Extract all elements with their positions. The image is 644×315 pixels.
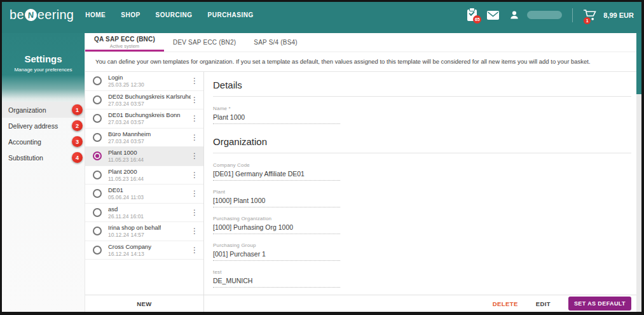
topbar: be N eering HOME SHOP SOURCING PURCHASIN…: [2, 2, 641, 33]
new-button[interactable]: NEW: [137, 300, 151, 307]
logo-text-post: eering: [38, 8, 74, 22]
radio-unselected[interactable]: [93, 246, 102, 255]
topbar-actions: 65 1: [467, 8, 634, 22]
tab-sublabel: Active system: [110, 43, 139, 49]
template-date: 25.03.25 12:30: [108, 81, 144, 88]
main-panel: QA SAP ECC (BNC) Active system DEV SAP E…: [85, 33, 636, 312]
details-heading: Details: [213, 80, 631, 97]
template-row-asd[interactable]: asd26.11.24 16:01 ⋮: [85, 204, 203, 223]
kebab-menu-icon[interactable]: ⋮: [191, 115, 198, 122]
purchasing-group-field[interactable]: Purchasing Group [001] Purchaser 1: [213, 242, 340, 261]
template-name: DE02 Buchungskreis Karlsruhe: [108, 93, 191, 100]
purchasing-organization-field[interactable]: Purchasing Organization [1000] Purhasing…: [213, 216, 340, 234]
username-redacted[interactable]: [527, 11, 562, 19]
set-as-default-button[interactable]: SET AS DEFAULT: [568, 297, 631, 311]
nav-sourcing[interactable]: SOURCING: [156, 11, 193, 18]
template-name: Plant 2000: [108, 168, 144, 175]
active-tab-indicator: [85, 50, 164, 52]
template-name: Büro Mannheim: [108, 130, 151, 137]
radio-unselected[interactable]: [93, 95, 102, 104]
field-value: [1000] Plant 1000: [213, 197, 340, 204]
radio-unselected[interactable]: [93, 76, 102, 85]
template-name: Irina shop on behalf: [108, 224, 161, 231]
person-icon: [509, 10, 519, 20]
page-scrollbar[interactable]: [636, 33, 641, 312]
account-button[interactable]: [509, 10, 519, 20]
plant-field[interactable]: Plant [1000] Plant 1000: [213, 189, 340, 207]
radio-unselected[interactable]: [93, 189, 102, 198]
sidebar-item-label: Delivery address: [8, 122, 58, 130]
radio-unselected[interactable]: [93, 227, 102, 235]
logo-text-pre: be: [10, 8, 24, 22]
system-tabs: QA SAP ECC (BNC) Active system DEV SAP E…: [85, 33, 636, 52]
template-row-de02-karlsruhe[interactable]: DE02 Buchungskreis Karlsruhe27.03.24 03:…: [85, 91, 203, 110]
template-row-buero-mannheim[interactable]: Büro Mannheim27.03.24 03:57 ⋮: [85, 129, 203, 148]
template-row-de01[interactable]: DE0105.06.24 11:03 ⋮: [85, 185, 203, 204]
name-field-label: Name *: [213, 106, 340, 111]
radio-unselected[interactable]: [93, 114, 102, 123]
details-action-bar: DELETE EDIT SET AS DEFAULT: [204, 295, 636, 312]
template-date: 26.11.24 16:01: [108, 213, 144, 220]
name-field-value: Plant 1000: [213, 113, 340, 121]
template-date: 27.03.24 03:57: [108, 101, 191, 107]
tab-label: DEV SAP ECC (BN2): [173, 39, 236, 46]
nav-purchasing[interactable]: PURCHASING: [208, 11, 254, 18]
kebab-menu-icon[interactable]: ⋮: [191, 246, 198, 254]
kebab-menu-icon[interactable]: ⋮: [191, 171, 198, 179]
cart-button[interactable]: 1: [583, 9, 597, 21]
template-date: 27.03.24 03:57: [108, 119, 181, 125]
kebab-menu-icon[interactable]: ⋮: [191, 227, 198, 235]
edit-button[interactable]: EDIT: [536, 300, 551, 307]
template-name: asd: [108, 206, 144, 213]
kebab-menu-icon[interactable]: ⋮: [191, 152, 198, 160]
topbar-divider: [572, 8, 573, 22]
radio-unselected[interactable]: [93, 208, 102, 217]
sidebar-header: Settings Manage your preferences: [2, 33, 85, 73]
company-code-field[interactable]: Company Code [DE01] Germany Affiliate DE…: [213, 162, 340, 181]
template-row-plant-1000[interactable]: Plant 100011.05.23 16:44 ⋮: [85, 147, 203, 166]
scrollbar-thumb[interactable]: [636, 33, 641, 94]
tab-qa-sap-ecc-bnc[interactable]: QA SAP ECC (BNC) Active system: [85, 33, 164, 52]
annotation-badge-2: 2: [72, 120, 83, 131]
tasks-button[interactable]: 65: [467, 10, 477, 21]
envelope-icon: [487, 11, 499, 20]
template-date: 11.05.23 16:44: [108, 157, 144, 163]
tab-dev-sap-ecc-bn2[interactable]: DEV SAP ECC (BN2): [164, 33, 245, 52]
settings-sidebar: Settings Manage your preferences Organiz…: [2, 33, 85, 312]
delete-button[interactable]: DELETE: [493, 300, 518, 307]
sidebar-item-substitution[interactable]: Substitution 4: [2, 150, 85, 165]
sidebar-item-organization[interactable]: Organization 1: [2, 102, 85, 118]
field-value: DE_MUNICH: [213, 277, 340, 284]
nav-shop[interactable]: SHOP: [121, 11, 140, 18]
kebab-menu-icon[interactable]: ⋮: [191, 190, 198, 197]
sidebar-item-accounting[interactable]: Accounting 3: [2, 134, 85, 150]
radio-unselected[interactable]: [93, 171, 102, 179]
sidebar-item-delivery-address[interactable]: Delivery address 2: [2, 118, 85, 134]
logo[interactable]: be N eering: [10, 8, 74, 22]
kebab-menu-icon[interactable]: ⋮: [191, 209, 198, 216]
template-row-de01-bonn[interactable]: DE01 Buchungskreis Bonn27.03.24 03:57 ⋮: [85, 109, 203, 129]
nav-home[interactable]: HOME: [85, 11, 106, 18]
name-field[interactable]: Name * Plant 1000: [213, 106, 340, 124]
template-details: Details Name * Plant 1000 Organization C…: [204, 72, 636, 295]
kebab-menu-icon[interactable]: ⋮: [191, 96, 198, 104]
app-body: Settings Manage your preferences Organiz…: [2, 33, 641, 312]
test-field[interactable]: test DE_MUNICH: [213, 269, 340, 288]
radio-selected[interactable]: [93, 151, 102, 160]
kebab-menu-icon[interactable]: ⋮: [191, 134, 198, 141]
template-date: 10.12.24 14:57: [108, 232, 161, 238]
cart-total: 8,99 EUR: [603, 11, 634, 19]
template-row-login[interactable]: Login25.03.25 12:30 ⋮: [85, 72, 203, 91]
organization-heading: Organization: [213, 136, 631, 153]
messages-button[interactable]: [487, 11, 499, 20]
templates-content: Login25.03.25 12:30 ⋮ DE02 Buchungskreis…: [85, 72, 636, 295]
annotation-badge-1: 1: [72, 104, 83, 115]
radio-unselected[interactable]: [93, 133, 102, 142]
template-row-cross-company[interactable]: Cross Company16.12.24 14:13 ⋮: [85, 241, 203, 260]
annotation-badge-4: 4: [72, 152, 83, 163]
template-row-plant-2000[interactable]: Plant 200011.05.23 16:44 ⋮: [85, 166, 203, 185]
tab-sap-s4-bs4[interactable]: SAP S/4 (BS4): [245, 33, 306, 52]
sidebar-item-label: Organization: [8, 106, 46, 114]
template-row-irina-shop-on-behalf[interactable]: Irina shop on behalf10.12.24 14:57 ⋮: [85, 222, 203, 241]
kebab-menu-icon[interactable]: ⋮: [191, 77, 198, 85]
